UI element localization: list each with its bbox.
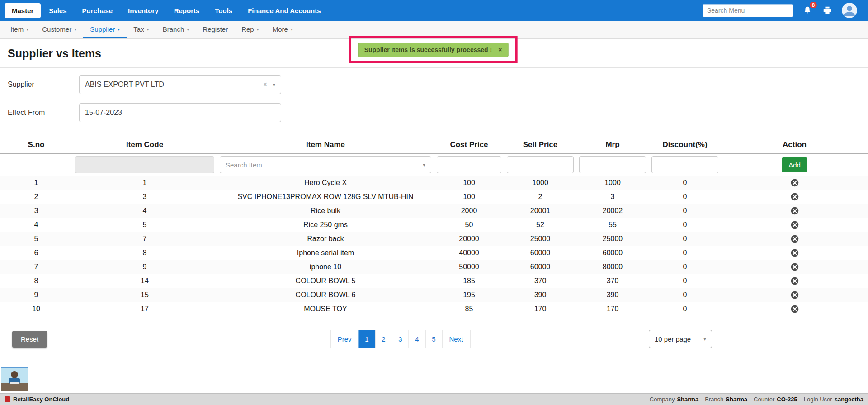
cell-mrp: 80000 [576,260,649,274]
bottom-controls: Reset Prev12345Next 10 per page ▾ [0,330,868,350]
cell-action [721,274,868,288]
toast-close-icon[interactable]: × [498,46,502,53]
footer-bar: RetailEasy OnCloud CompanySharmaBranchSh… [0,393,868,405]
pagination-next[interactable]: Next [442,330,471,348]
cell-item-name: MOUSE TOY [217,302,434,316]
cell-sell-price: 25000 [504,232,576,246]
subnav-item-item[interactable]: Item▾ [4,21,35,38]
notification-bell-icon[interactable]: 8 [802,5,813,16]
success-toast: Supplier Items is successfully processed… [358,43,509,57]
pagination-page-3[interactable]: 3 [392,330,409,348]
topnav-item-master[interactable]: Master [5,3,41,18]
add-button[interactable]: Add [782,157,807,172]
supplier-caret-icon[interactable]: ▾ [273,81,275,88]
supplier-select-value: ABIS EXPORT PVT LTD [85,81,164,89]
column-header-sell-price: Sell Price [504,136,576,154]
footer-entry-branch: BranchSharma [705,396,747,403]
mascot-image[interactable] [1,367,28,391]
cell-sno: 9 [0,288,72,302]
cell-cost-price: 40000 [434,246,504,260]
delete-row-icon[interactable] [790,206,799,215]
cell-mrp: 55 [576,218,649,232]
supplier-select[interactable]: ABIS EXPORT PVT LTD × ▾ [79,75,281,94]
per-page-select[interactable]: 10 per page ▾ [649,330,712,348]
topnav-item-finance-and-accounts[interactable]: Finance And Accounts [241,3,328,18]
cell-item-name: COLOUR BOWL 6 [217,288,434,302]
topnav-item-tools[interactable]: Tools [208,3,240,18]
delete-row-icon[interactable] [790,220,799,229]
delete-row-icon[interactable] [790,291,799,300]
cell-item-code: 5 [72,218,217,232]
topnav-item-purchase[interactable]: Purchase [75,3,120,18]
subnav-item-customer[interactable]: Customer▾ [35,21,83,38]
cell-item-name: Hero Cycle X [217,176,434,190]
cell-sell-price: 1000 [504,176,576,190]
cell-action [721,204,868,218]
subnav-item-rep[interactable]: Rep▾ [235,21,266,38]
printer-icon[interactable] [822,5,833,16]
delete-row-icon[interactable] [790,305,799,314]
cell-sell-price: 2 [504,190,576,204]
pagination-prev[interactable]: Prev [330,330,359,348]
delete-row-icon[interactable] [790,178,799,187]
cost-price-filter-input[interactable] [437,156,501,173]
cell-item-name: Rice bulk [217,204,434,218]
item-name-search-select[interactable]: Search Item ▾ [220,156,431,173]
cell-item-name: Rice 250 gms [217,218,434,232]
delete-row-icon[interactable] [790,248,799,257]
cell-discount: 0 [649,246,721,260]
delete-row-icon[interactable] [790,276,799,286]
sell-price-filter-input[interactable] [507,156,574,173]
delete-row-icon[interactable] [790,192,799,201]
cell-item-code: 3 [72,190,217,204]
supplier-clear-icon[interactable]: × [263,81,267,89]
column-header-item-code: Item Code [72,136,217,154]
subnav-item-tax[interactable]: Tax▾ [127,21,156,38]
cell-discount: 0 [649,190,721,204]
topnav-item-inventory[interactable]: Inventory [121,3,166,18]
column-header-s-no: S.no [0,136,72,154]
subnav-item-register[interactable]: Register [196,21,235,38]
annotation-highlight-box: Supplier Items is successfully processed… [349,36,518,63]
footer-right: CompanySharmaBranchSharmaCounterCO-225Lo… [650,396,863,403]
retaileasy-logo-icon [5,396,10,402]
table-row: 45Rice 250 gms5052550 [0,218,868,232]
footer-entry-counter: CounterCO-225 [754,396,797,403]
cell-sno: 7 [0,260,72,274]
cell-mrp: 170 [576,302,649,316]
search-menu-input[interactable] [703,4,793,17]
discount-filter-input[interactable] [651,156,718,173]
pagination-page-4[interactable]: 4 [409,330,426,348]
subnav-item-supplier[interactable]: Supplier▾ [83,21,127,38]
cell-item-name: Iphone serial item [217,246,434,260]
user-avatar[interactable] [842,3,857,18]
topnav-item-sales[interactable]: Sales [42,3,74,18]
pagination-page-1[interactable]: 1 [359,330,376,348]
footer-entry-company: CompanySharma [650,396,698,403]
cell-sno: 2 [0,190,72,204]
topnav-item-reports[interactable]: Reports [167,3,207,18]
cell-cost-price: 50 [434,218,504,232]
subnav-item-branch[interactable]: Branch▾ [156,21,196,38]
delete-row-icon[interactable] [790,234,799,243]
cell-sno: 10 [0,302,72,316]
reset-button[interactable]: Reset [12,331,47,348]
cell-discount: 0 [649,218,721,232]
delete-row-icon[interactable] [790,262,799,272]
table-header-row: S.noItem CodeItem NameCost PriceSell Pri… [0,136,868,154]
sno-filter-cell [0,154,72,176]
table-row: 915COLOUR BOWL 61953903900 [0,288,868,302]
pagination-page-2[interactable]: 2 [375,330,392,348]
item-code-filter-input[interactable] [75,156,214,173]
cell-sell-price: 20001 [504,204,576,218]
table-row: 1017MOUSE TOY851701700 [0,302,868,316]
cell-action [721,246,868,260]
search-item-placeholder: Search Item [226,161,262,169]
subnav-item-more[interactable]: More▾ [266,21,300,38]
pagination-page-5[interactable]: 5 [425,330,443,348]
cell-mrp: 390 [576,288,649,302]
cell-cost-price: 20000 [434,232,504,246]
cell-mrp: 370 [576,274,649,288]
mrp-filter-input[interactable] [579,156,646,173]
effect-from-input[interactable] [79,103,281,122]
